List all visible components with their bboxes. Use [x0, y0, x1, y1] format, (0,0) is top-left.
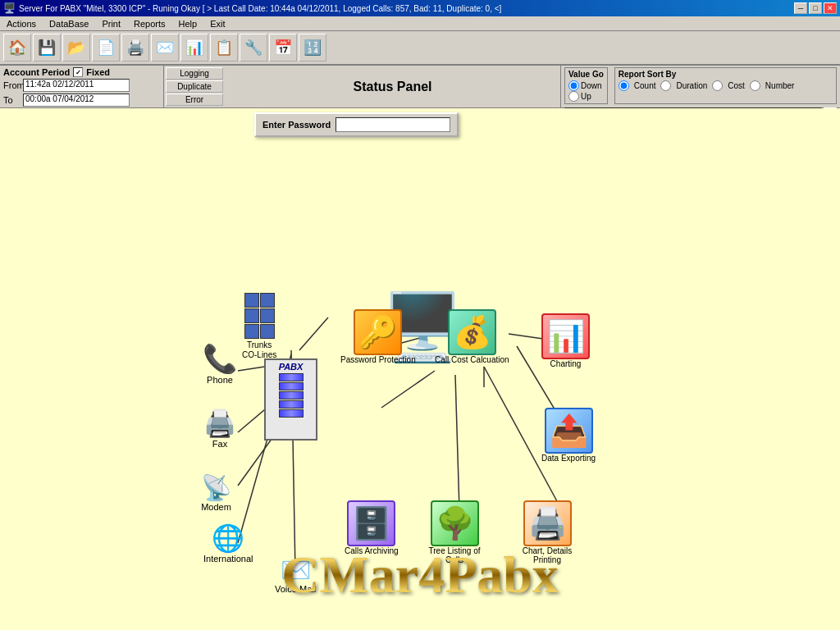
data-exporting-label: Data Exporting — [541, 454, 596, 463]
menu-reports[interactable]: Reports — [130, 19, 169, 29]
window-title: Server For PABX "Mitel, 3300 ICP" - Runi… — [19, 4, 501, 13]
password-label: Enter Password — [262, 120, 331, 130]
password-input[interactable] — [336, 117, 450, 132]
up-label: Up — [581, 92, 591, 101]
international-item[interactable]: 🌐 International — [203, 523, 253, 564]
down-label: Down — [581, 81, 602, 90]
charting-label: Charting — [550, 359, 582, 368]
title-bar: 🖥️ Server For PABX "Mitel, 3300 ICP" - R… — [0, 0, 840, 16]
app-icon: 🖥️ — [3, 2, 16, 14]
tool-new[interactable]: 📄 — [92, 34, 120, 62]
count-radio[interactable] — [619, 80, 629, 91]
from-label: From — [3, 80, 21, 90]
minimize-button[interactable]: ─ — [794, 2, 807, 14]
number-label: Number — [765, 81, 795, 90]
fixed-checkbox[interactable]: ✓ — [73, 67, 83, 77]
menu-actions[interactable]: Actions — [3, 19, 39, 29]
to-date-input[interactable]: 00:00a 07/04/2012 — [23, 94, 130, 107]
tool-save[interactable]: 💾 — [33, 34, 61, 62]
menu-print[interactable]: Print — [98, 19, 124, 29]
report-sort-title: Report Sort By — [619, 70, 833, 79]
count-label: Count — [634, 81, 656, 90]
call-cost-label: Call Cost Calcuation — [435, 355, 509, 364]
modem-item[interactable]: 📡 Modem — [201, 473, 231, 512]
fax-label: Fax — [212, 439, 227, 449]
tool-report[interactable]: 📋 — [210, 34, 238, 62]
close-button[interactable]: ✕ — [824, 2, 837, 14]
call-cost-item[interactable]: 💰 Call Cost Calcuation — [435, 309, 509, 364]
down-radio[interactable] — [568, 80, 579, 91]
password-dialog: Enter Password — [254, 112, 459, 137]
pabx-box: PABX — [264, 358, 317, 441]
phone-item[interactable]: 📞 Phone — [203, 342, 237, 385]
tool-chart[interactable]: 📊 — [180, 34, 208, 62]
charting-item[interactable]: 📊 Charting — [541, 313, 590, 368]
status-panel: Status Panel — [225, 66, 561, 107]
right-panel: Value Go Down Up Report Sort By Count — [561, 66, 840, 107]
svg-line-5 — [299, 317, 328, 350]
duplicate-button[interactable]: Duplicate — [166, 80, 223, 93]
tool-print[interactable]: 🖨️ — [121, 34, 149, 62]
tool-home[interactable]: 🏠 — [3, 34, 31, 62]
menu-database[interactable]: DataBase — [46, 19, 92, 29]
account-period-label: Account Period — [3, 67, 70, 77]
trunks-label: TrunksCO-Lines — [242, 340, 276, 360]
number-radio[interactable] — [750, 80, 760, 91]
up-radio[interactable] — [568, 91, 579, 102]
maximize-button[interactable]: □ — [809, 2, 822, 14]
international-label: International — [203, 554, 253, 564]
phone-label: Phone — [207, 375, 233, 385]
value-go-title: Value Go — [568, 70, 604, 79]
trunks-colines[interactable]: TrunksCO-Lines — [242, 293, 276, 360]
data-exporting-item[interactable]: 📤 Data Exporting — [541, 408, 596, 463]
tool-settings[interactable]: 🔧 — [240, 34, 267, 62]
svg-line-12 — [455, 375, 459, 510]
to-label: To — [3, 95, 21, 105]
cost-radio[interactable] — [712, 80, 723, 91]
fax-item[interactable]: 🖨️ Fax — [203, 408, 236, 449]
toolbar: 🏠 💾 📂 📄 🖨️ ✉️ 📊 📋 🔧 📅 🔢 — [0, 31, 840, 66]
duration-radio[interactable] — [660, 80, 671, 91]
fixed-label: Fixed — [86, 67, 110, 77]
main-content: Enter Password PABX Tr — [0, 108, 840, 630]
duration-label: Duration — [676, 81, 707, 90]
app-logo: CMar4Pabx — [281, 545, 559, 605]
menu-help[interactable]: Help — [176, 19, 201, 29]
tool-numbers[interactable]: 🔢 — [299, 34, 326, 62]
svg-line-11 — [381, 371, 435, 408]
menu-bar: Actions DataBase Print Reports Help Exit — [0, 16, 840, 31]
password-protection-label: Password Protection — [340, 355, 416, 364]
controls-area: Account Period ✓ Fixed From 11:42a 02/12… — [0, 66, 840, 108]
error-button[interactable]: Error — [166, 94, 223, 106]
logging-buttons: Logging Duplicate Error — [164, 66, 225, 107]
account-period-panel: Account Period ✓ Fixed From 11:42a 02/12… — [0, 66, 164, 107]
from-date-input[interactable]: 11:42a 02/12/2011 — [23, 79, 130, 92]
password-protection-item[interactable]: 🔑 Password Protection — [340, 309, 416, 364]
tool-open[interactable]: 📂 — [62, 34, 90, 62]
menu-exit[interactable]: Exit — [207, 19, 228, 29]
tool-email[interactable]: ✉️ — [151, 34, 179, 62]
cost-label: Cost — [728, 81, 745, 90]
status-panel-label: Status Panel — [353, 80, 431, 94]
modem-label: Modem — [201, 502, 231, 512]
tool-calendar[interactable]: 📅 — [269, 34, 297, 62]
logging-button[interactable]: Logging — [166, 67, 223, 80]
